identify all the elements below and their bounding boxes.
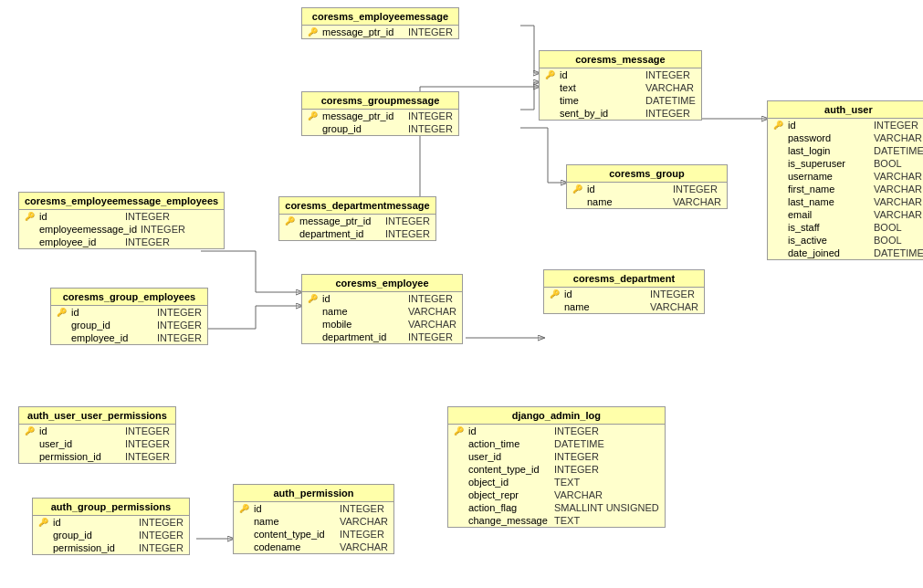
table-auth_permission: auth_permission🔑idINTEGERnameVARCHARcont… — [233, 484, 394, 554]
table-header-auth_permission: auth_permission — [234, 485, 393, 502]
table-header-coresms_group_employees: coresms_group_employees — [51, 289, 207, 306]
field-type: INTEGER — [385, 228, 430, 239]
table-row: nameVARCHAR — [302, 305, 462, 318]
table-row: emailVARCHAR — [768, 208, 923, 221]
key-icon: 🔑 — [308, 111, 319, 121]
key-icon: 🔑 — [57, 308, 68, 317]
table-row: group_idINTEGER — [33, 529, 189, 541]
field-type: INTEGER — [408, 26, 453, 37]
field-name: id — [587, 184, 669, 194]
table-row: action_timeDATETIME — [448, 437, 665, 450]
field-type: INTEGER — [340, 529, 384, 540]
field-name: department_id — [299, 228, 382, 239]
field-name: name — [254, 516, 336, 527]
field-type: VARCHAR — [673, 196, 721, 207]
field-name: id — [39, 425, 121, 436]
table-row: date_joinedDATETIME — [768, 247, 923, 259]
field-type: INTEGER — [157, 320, 202, 331]
field-name: group_id — [53, 530, 135, 541]
field-type: VARCHAR — [645, 82, 694, 93]
key-icon: 🔑 — [239, 504, 250, 513]
field-type: INTEGER — [408, 331, 453, 342]
table-row: 🔑idINTEGER — [768, 119, 923, 131]
field-name: username — [788, 171, 870, 182]
table-row: permission_idINTEGER — [33, 541, 189, 554]
field-type: VARCHAR — [408, 319, 456, 330]
field-type: BOOL — [874, 235, 902, 246]
field-type: BOOL — [874, 222, 902, 233]
field-type: BOOL — [874, 158, 902, 169]
field-name: is_superuser — [788, 158, 870, 169]
field-type: VARCHAR — [874, 196, 922, 207]
table-row: first_nameVARCHAR — [768, 183, 923, 195]
key-icon: 🔑 — [773, 121, 784, 130]
table-row: 🔑idINTEGER — [567, 183, 727, 195]
table-row: 🔑idINTEGER — [234, 502, 393, 515]
field-type: INTEGER — [125, 451, 170, 462]
field-name: id — [39, 211, 121, 222]
field-type: INTEGER — [125, 211, 170, 222]
table-coresms_employeemessage_employees: coresms_employeemessage_employees🔑idINTE… — [18, 192, 225, 249]
field-type: INTEGER — [157, 307, 202, 318]
table-row: passwordVARCHAR — [768, 131, 923, 144]
field-type: INTEGER — [125, 425, 170, 436]
field-type: DATETIME — [874, 247, 923, 258]
key-icon: 🔑 — [572, 184, 583, 194]
field-type: VARCHAR — [874, 132, 922, 143]
table-row: is_activeBOOL — [768, 234, 923, 247]
field-type: INTEGER — [554, 425, 599, 436]
field-name: message_ptr_id — [299, 215, 382, 226]
field-name: employee_id — [71, 332, 153, 343]
field-name: object_repr — [468, 489, 551, 500]
field-name: content_type_id — [468, 464, 551, 475]
table-row: usernameVARCHAR — [768, 170, 923, 183]
field-name: id — [788, 120, 870, 131]
table-row: 🔑idINTEGER — [51, 306, 207, 319]
table-row: nameVARCHAR — [234, 515, 393, 528]
field-type: VARCHAR — [874, 209, 922, 220]
table-header-auth_user_user_permissions: auth_user_user_permissions — [19, 407, 175, 425]
field-name: mobile — [322, 319, 404, 330]
table-coresms_employee: coresms_employee🔑idINTEGERnameVARCHARmob… — [301, 274, 463, 344]
table-row: 🔑message_ptr_idINTEGER — [302, 110, 458, 122]
diagram-canvas: coresms_employeemessage🔑message_ptr_idIN… — [0, 0, 923, 588]
field-type: INTEGER — [125, 438, 170, 449]
field-name: codename — [254, 541, 336, 552]
field-name: action_time — [468, 438, 551, 449]
table-row: 🔑idINTEGER — [448, 425, 665, 437]
table-header-auth_user: auth_user — [768, 101, 923, 119]
table-row: content_type_idINTEGER — [448, 463, 665, 476]
table-row: employeemessage_idINTEGER — [19, 223, 224, 236]
field-name: is_active — [788, 235, 870, 246]
table-row: 🔑idINTEGER — [33, 516, 189, 529]
field-type: INTEGER — [139, 517, 184, 528]
table-row: 🔑message_ptr_idINTEGER — [279, 215, 435, 227]
field-name: user_id — [468, 451, 551, 462]
field-name: group_id — [71, 320, 153, 331]
table-coresms_group: coresms_group🔑idINTEGERnameVARCHAR — [566, 164, 728, 209]
table-row: last_loginDATETIME — [768, 144, 923, 157]
field-name: password — [788, 132, 870, 143]
field-name: permission_id — [39, 451, 121, 462]
field-type: INTEGER — [408, 293, 453, 304]
field-type: VARCHAR — [340, 516, 388, 527]
field-type: INTEGER — [408, 110, 453, 121]
table-row: change_messageTEXT — [448, 514, 665, 527]
field-type: INTEGER — [385, 215, 430, 226]
table-row: 🔑idINTEGER — [19, 210, 224, 223]
table-row: action_flagSMALLINT UNSIGNED — [448, 501, 665, 514]
field-name: group_id — [322, 123, 404, 134]
table-row: 🔑message_ptr_idINTEGER — [302, 26, 458, 38]
field-type: INTEGER — [125, 236, 170, 247]
field-type: VARCHAR — [650, 301, 698, 312]
table-coresms_groupmessage: coresms_groupmessage🔑message_ptr_idINTEG… — [301, 91, 459, 136]
field-type: INTEGER — [139, 542, 184, 553]
table-row: employee_idINTEGER — [51, 331, 207, 344]
table-row: is_superuserBOOL — [768, 157, 923, 170]
table-coresms_departmentmessage: coresms_departmentmessage🔑message_ptr_id… — [278, 196, 436, 241]
table-header-coresms_groupmessage: coresms_groupmessage — [302, 92, 458, 110]
table-row: permission_idINTEGER — [19, 450, 175, 463]
field-type: INTEGER — [157, 332, 202, 343]
key-icon: 🔑 — [454, 426, 465, 436]
key-icon: 🔑 — [545, 70, 556, 79]
